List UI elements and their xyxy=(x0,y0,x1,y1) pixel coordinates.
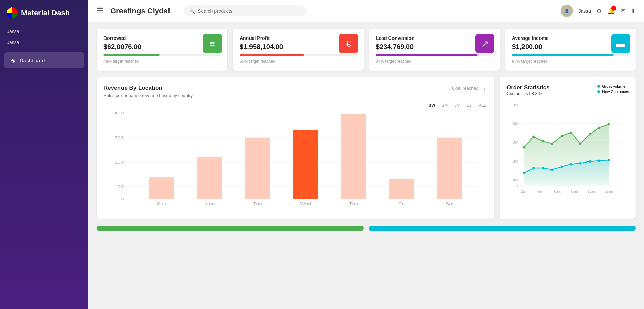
mail-icon[interactable]: ✉ xyxy=(620,7,625,15)
charts-row: Revenue By Location Goal reached ⋮ Sales… xyxy=(97,77,636,219)
legend-dot-gross xyxy=(597,85,600,88)
stat-card-progress-fill-profit xyxy=(240,54,304,56)
legend-new: New Cusromers xyxy=(597,90,629,94)
newcust-dot-4 xyxy=(551,169,553,171)
stat-card-progress-fill-lead xyxy=(376,54,478,56)
svg-text:400: 400 xyxy=(114,111,124,115)
stat-card-icon-borrowed: ≡ xyxy=(203,34,222,53)
bar-wed xyxy=(293,130,318,199)
revenue-chart-subtitle: Sales performance revenue based by count… xyxy=(103,93,487,98)
stat-card-icon-income: ▬ xyxy=(611,34,630,53)
stat-card-lead: Lead Conversion $234,769.00 87% target r… xyxy=(369,29,500,71)
newcust-dot-6 xyxy=(570,163,572,166)
logo-text: Material Dash xyxy=(21,9,70,17)
revenue-chart-card: Revenue By Location Goal reached ⋮ Sales… xyxy=(97,77,494,219)
more-options-icon[interactable]: ⋮ xyxy=(481,84,487,92)
svg-text:Mon: Mon xyxy=(204,202,215,206)
revenue-chart-title: Revenue By Location xyxy=(103,84,162,91)
line-chart-container: 500 400 300 200 100 0 2am 4am 6am 8am 10… xyxy=(506,102,629,197)
header-username: Jassa xyxy=(578,8,591,14)
svg-text:400: 400 xyxy=(512,122,518,126)
bar-chart-svg: 400 300 200 100 0 Sun Mon xyxy=(103,110,487,212)
stat-card-icon-profit: € xyxy=(339,34,358,53)
newcust-dot-3 xyxy=(542,167,544,169)
stat-card-profit: Annual Profit $1,958,104.00 55% target r… xyxy=(233,29,364,71)
period-btn-1m[interactable]: 1M xyxy=(441,102,449,108)
gross-dot-1 xyxy=(523,146,526,149)
bar-sun xyxy=(149,177,174,199)
legend-label-new: New Cusromers xyxy=(602,90,629,94)
newcust-dot-1 xyxy=(523,172,526,174)
period-btn-1y[interactable]: 1Y xyxy=(466,102,473,108)
svg-text:10am: 10am xyxy=(587,190,596,194)
download-icon[interactable]: ⬇ xyxy=(631,7,636,15)
period-btn-all[interactable]: ALL xyxy=(478,102,487,108)
stat-card-progress-bar-income xyxy=(512,54,629,56)
stat-card-target-profit: 55% target reached xyxy=(240,59,357,64)
gross-dot-4 xyxy=(551,143,553,145)
stat-card-progress-bar-lead xyxy=(376,54,493,56)
svg-text:300: 300 xyxy=(114,136,124,140)
content-area: Borrowed $62,0076.00 48% target reached … xyxy=(88,22,644,309)
gross-dot-9 xyxy=(598,127,600,129)
notifications-icon[interactable]: 🔔 1 xyxy=(607,7,615,15)
svg-text:0: 0 xyxy=(516,184,518,188)
svg-text:8am: 8am xyxy=(571,190,578,194)
order-legend: Gross volume New Cusromers xyxy=(597,84,629,94)
stat-card-progress-fill-income xyxy=(512,54,614,56)
dashboard-icon: ◈ xyxy=(11,57,16,64)
legend-label-gross: Gross volume xyxy=(602,84,625,88)
period-btn-1w[interactable]: 1W xyxy=(428,102,437,108)
bottom-card-green xyxy=(97,226,364,231)
stat-card-progress-bar-borrowed xyxy=(103,54,221,56)
sidebar-item-dashboard[interactable]: ◈ Dashboard xyxy=(4,52,84,68)
bottom-card-cyan xyxy=(369,226,636,231)
svg-text:Tue: Tue xyxy=(253,202,262,206)
svg-text:Fri: Fri xyxy=(398,202,405,206)
svg-text:Thu: Thu xyxy=(349,202,358,206)
svg-text:4am: 4am xyxy=(537,190,543,194)
sidebar-item-label: Dashboard xyxy=(20,58,45,63)
stat-card-target-lead: 87% target reached xyxy=(376,59,493,64)
main-area: ☰ Greetings Clyde! 🔍 👤 Jassa ⚙ 🔔 1 ✉ ⬇ B… xyxy=(88,0,644,309)
header: ☰ Greetings Clyde! 🔍 👤 Jassa ⚙ 🔔 1 ✉ ⬇ xyxy=(88,0,644,22)
gross-dot-3 xyxy=(542,140,544,143)
menu-icon[interactable]: ☰ xyxy=(97,6,103,15)
newcust-dot-5 xyxy=(561,166,563,168)
order-stats-title: Order Statistics xyxy=(506,84,550,91)
bar-fri xyxy=(389,179,414,199)
stat-card-borrowed: Borrowed $62,0076.00 48% target reached … xyxy=(97,29,227,71)
revenue-chart-header: Revenue By Location Goal reached ⋮ xyxy=(103,84,487,92)
newcust-dot-8 xyxy=(589,160,591,163)
chart-goal-text: Goal reached xyxy=(452,86,479,91)
order-stats-title-block: Order Statistics Customers 58.39k xyxy=(506,84,550,100)
svg-text:12am: 12am xyxy=(605,190,613,194)
sidebar: Material Dash Jassa Jassa ◈ Dashboard xyxy=(0,0,88,309)
svg-text:300: 300 xyxy=(512,141,518,144)
header-actions: 👤 Jassa ⚙ 🔔 1 ✉ ⬇ xyxy=(561,5,636,17)
gross-dot-8 xyxy=(589,133,591,136)
bar-mon xyxy=(197,157,222,199)
stat-card-target-income: 87% target reached xyxy=(512,59,629,64)
bar-thu xyxy=(341,114,366,199)
stat-card-target-borrowed: 48% target reached xyxy=(103,59,221,64)
order-stats-header: Order Statistics Customers 58.39k Gross … xyxy=(506,84,629,100)
newcust-dot-10 xyxy=(608,159,610,161)
search-icon: 🔍 xyxy=(189,8,195,14)
svg-text:200: 200 xyxy=(512,159,518,163)
search-bar: 🔍 xyxy=(184,5,306,16)
stat-card-income: Average Income $1,200.00 87% target reac… xyxy=(505,29,636,71)
settings-icon[interactable]: ⚙ xyxy=(596,7,602,15)
svg-text:6am: 6am xyxy=(554,190,560,194)
search-input[interactable] xyxy=(198,8,301,14)
newcust-dot-2 xyxy=(532,167,535,169)
line-chart-svg: 500 400 300 200 100 0 2am 4am 6am 8am 10… xyxy=(506,102,629,197)
sidebar-nav: ◈ Dashboard xyxy=(0,51,88,69)
period-btn-3m[interactable]: 3M xyxy=(453,102,462,108)
period-buttons: 1W 1M 3M 1Y ALL xyxy=(103,102,487,108)
svg-text:Wed: Wed xyxy=(300,202,311,206)
svg-text:0: 0 xyxy=(120,197,124,201)
svg-text:Sun: Sun xyxy=(157,202,166,206)
sidebar-user-2: Jassa xyxy=(0,37,88,48)
svg-text:2am: 2am xyxy=(521,190,527,194)
